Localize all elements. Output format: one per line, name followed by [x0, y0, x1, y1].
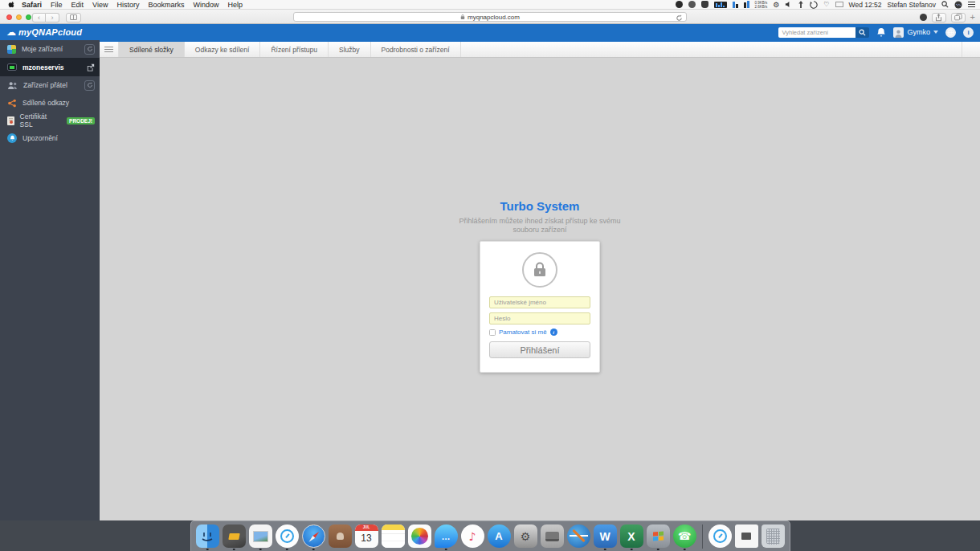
tab-sluzby[interactable]: Služby [329, 42, 371, 57]
tab-podrobnosti-o-zarizeni[interactable]: Podrobnosti o zařízení [371, 42, 461, 57]
dock-item-messages[interactable]: … [434, 522, 459, 551]
menu-edit[interactable]: Edit [71, 1, 84, 9]
menu-window[interactable]: Window [193, 1, 218, 9]
remember-checkbox[interactable] [489, 329, 496, 336]
heart-icon[interactable]: ♡ [823, 1, 829, 8]
refresh-button[interactable] [84, 44, 95, 55]
device-search-button[interactable] [855, 27, 869, 38]
device-search-input[interactable] [778, 27, 855, 38]
whatsapp-icon: ☎ [673, 524, 696, 548]
dock-item-airmail[interactable] [275, 522, 300, 551]
memory-meter-icon[interactable] [733, 1, 738, 8]
apple-icon[interactable] [8, 1, 15, 8]
person-icon [894, 29, 903, 38]
url-text: myqnapcloud.com [468, 14, 520, 21]
spotlight-search-icon[interactable] [941, 1, 949, 8]
sidebar-item-upozorneni[interactable]: Upozornění [0, 129, 100, 147]
dock-item-finder[interactable] [195, 522, 220, 551]
tab-odkazy-ke-sdileni[interactable]: Odkazy ke sdílení [185, 42, 261, 57]
menubar-user[interactable]: Stefan Stefanov [888, 1, 937, 9]
excel-icon: X [620, 524, 643, 548]
forward-button[interactable]: › [46, 13, 59, 22]
account-menu[interactable]: Gymko [893, 27, 938, 38]
reload-icon[interactable] [676, 14, 683, 22]
language-globe-icon[interactable] [945, 27, 956, 38]
info-icon[interactable]: i [550, 329, 557, 336]
system-preferences-icon: ⚙ [514, 524, 537, 548]
disk-meter-icon[interactable] [744, 1, 749, 8]
refresh-button[interactable] [84, 80, 95, 91]
sidebar-toggle-icon [70, 14, 77, 20]
tab-overview-button[interactable] [951, 13, 966, 22]
dock-item-system-preferences[interactable]: ⚙ [513, 522, 538, 551]
share-button[interactable] [932, 13, 946, 22]
back-button[interactable]: ‹ [32, 13, 46, 22]
cpu-meter-icon[interactable] [714, 2, 727, 8]
close-window-button[interactable] [6, 14, 12, 20]
dock-item-preview[interactable] [248, 522, 273, 551]
dock-item-whatsapp[interactable]: ☎ [672, 522, 697, 551]
dock-item-tech-tool[interactable] [566, 522, 591, 551]
menu-toggle-button[interactable] [100, 42, 119, 57]
sidebar-item-mzoneservis[interactable]: mzoneservis [0, 58, 100, 76]
app-header: ☁ myQNAPcloud Gymko i [0, 24, 980, 40]
dock-item-trash[interactable] [761, 522, 786, 551]
dock-item-disk-tool[interactable] [540, 522, 565, 551]
siri-icon[interactable] [954, 1, 962, 9]
menu-app-name[interactable]: Safari [22, 1, 42, 9]
menu-help[interactable]: Help [227, 1, 243, 9]
tab-rizeni-pristupu[interactable]: Řízení přístupu [260, 42, 329, 57]
dock-item-safari[interactable] [301, 522, 326, 551]
dock-item-word[interactable]: W [593, 522, 618, 551]
extension-icon[interactable] [920, 14, 927, 21]
url-field[interactable]: myqnapcloud.com [293, 12, 687, 22]
menubar-clock[interactable]: Wed 12:52 [849, 1, 882, 9]
gear-icon[interactable]: ⚙ [773, 1, 779, 9]
password-field[interactable] [489, 312, 590, 324]
sidebar-item-label: mzoneservis [22, 63, 64, 71]
menu-history[interactable]: History [116, 1, 139, 9]
menu-file[interactable]: File [51, 1, 63, 9]
menu-bookmarks[interactable]: Bookmarks [148, 1, 184, 9]
flag-icon[interactable] [835, 2, 843, 7]
notification-center-icon[interactable] [968, 2, 975, 7]
upload-icon[interactable] [798, 1, 804, 8]
sidebar-item-label: Certifikát SSL [20, 112, 56, 129]
dock-item-excel[interactable]: X [619, 522, 644, 551]
dock-item-airmail-alt[interactable] [708, 522, 733, 551]
minimize-window-button[interactable] [16, 14, 22, 20]
dock-item-document[interactable] [734, 522, 759, 551]
sidebar-item-zarizeni-pratel[interactable]: Zařízení přátel [0, 76, 100, 94]
login-button[interactable]: Přihlášení [489, 341, 590, 358]
dock-item-remote-desktop[interactable] [646, 522, 671, 551]
sidebar-item-moje-zarizeni[interactable]: Moje zařízení [0, 40, 100, 58]
new-tab-button[interactable]: + [970, 13, 975, 22]
dark-circle-icon[interactable] [676, 1, 683, 8]
dock-item-calendar[interactable]: JUL13 [354, 522, 379, 551]
sidebar-item-sdilene-odkazy[interactable]: Sdílené odkazy [0, 94, 100, 112]
trash-icon [762, 524, 785, 548]
username-field[interactable] [489, 296, 590, 308]
notifications-bell-icon[interactable] [876, 27, 886, 38]
chat-circle-icon[interactable] [688, 1, 696, 8]
brand-logo[interactable]: ☁ myQNAPcloud [6, 27, 82, 37]
dock-item-contacts[interactable] [328, 522, 353, 551]
dock-item-itunes[interactable]: ♪ [460, 522, 485, 551]
sidebar-toggle-button[interactable] [66, 13, 81, 22]
menu-view[interactable]: View [92, 1, 108, 9]
dock-item-app-store[interactable]: A [487, 522, 512, 551]
shield-icon[interactable] [701, 1, 708, 8]
prodej-badge[interactable]: PRODEJ! [67, 117, 95, 124]
time-machine-icon[interactable] [810, 1, 818, 9]
dock-item-notes[interactable] [381, 522, 406, 551]
volume-icon[interactable] [785, 1, 792, 8]
dock-item-transmit[interactable] [222, 522, 247, 551]
info-icon[interactable]: i [963, 27, 974, 38]
tab-sdilene-slozky[interactable]: Sdílené složky [119, 42, 185, 57]
open-external-icon[interactable] [87, 63, 95, 71]
zoom-window-button[interactable] [26, 14, 31, 20]
network-speed[interactable]: 0.9KB/s2.6KB/s [755, 1, 768, 9]
dock-item-photos[interactable] [407, 522, 432, 551]
tab-overview-icon [954, 14, 962, 21]
sidebar-item-certifikat-ssl[interactable]: Certifikát SSL PRODEJ! [0, 112, 100, 129]
